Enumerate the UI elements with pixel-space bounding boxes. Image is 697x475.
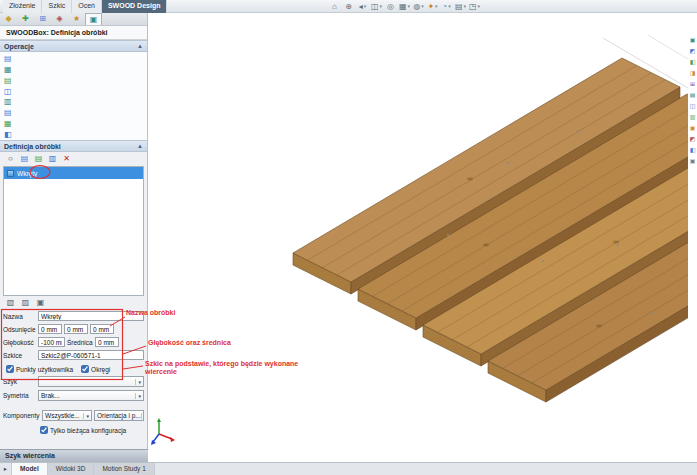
featuremanager-tab-icon[interactable]: ◆ [0,13,17,25]
orientacja-dropdown[interactable]: Orientacja i p... ▾ [94,410,144,421]
tab-model[interactable]: Model [12,463,48,475]
swood-export-tool-icon[interactable]: ◧ [688,145,697,155]
operation-form: Nazwa Odsunięcie Głębokość Średnica Szki… [0,309,147,360]
chevron-down-icon: ▾ [408,4,411,9]
punkty-uzytkownika-label: Punkty użytkownika [16,366,73,373]
annotation-nazwa-obrobki: Nazwa obróbki [126,309,175,316]
chevron-up-icon[interactable]: ▲ [137,41,143,52]
operacje-list: ▤▦▤◫▥▤▦◧ [0,52,147,140]
swood-laminate-tool-icon[interactable]: ⊞ [688,79,697,89]
edit-appearance-icon[interactable]: ◔▾ [440,1,453,12]
okregi-label: Okręgi [91,366,110,373]
hide-show-items-icon[interactable]: ✦▾ [426,1,439,12]
swood-groove-tool-icon[interactable]: ▣ [688,123,697,133]
tab-ocen[interactable]: Oceń [72,0,102,13]
operation-item-icon[interactable]: ◫ [2,86,14,97]
tab-widoki-3d[interactable]: Widoki 3D [48,463,95,475]
srednica-label: Średnica [67,339,93,346]
komponenty-value: Wszystkie... [45,412,80,419]
apply-scene-icon[interactable]: ▤▾ [454,1,467,12]
tab-zlozenie[interactable]: Złożenie [3,0,42,13]
display-style-icon[interactable]: ◍▾ [412,1,425,12]
komponenty-label: Komponenty [3,412,40,419]
operation-item-icon[interactable]: ◧ [2,129,14,140]
zoom-area-icon[interactable]: ⊕ [342,1,355,12]
list-item-selected[interactable]: Wkręty [4,167,143,179]
chevron-down-icon: ▾ [448,4,451,9]
tylko-biezaca-konfiguracja-checkbox-input[interactable] [40,426,48,434]
symetria-dropdown[interactable]: Brak... ▾ [38,390,144,401]
graphics-viewport[interactable] [148,13,688,462]
add-item-icon[interactable]: ▧ [4,297,17,308]
options-checkbox-row: Punkty użytkownika Okręgi [0,363,147,376]
edit-operation-icon[interactable]: ▤ [32,154,45,165]
property-manager-tab-strip: ◆✚⊞◈★▣ [0,13,147,26]
swood-tab-icon[interactable]: ▣ [85,13,102,25]
display-tab-icon[interactable]: ★ [68,13,85,25]
odsuniecie-y-input[interactable] [64,324,88,334]
operation-item-icon[interactable]: ▦ [2,65,14,76]
swood-drilling-tool-icon[interactable]: ▥ [688,112,697,122]
orientacja-value: Orientacja i p... [97,412,141,419]
glebokosc-input[interactable] [38,337,65,347]
previous-view-icon[interactable]: ◂▾ [356,1,369,12]
copy-item-icon[interactable]: ▨ [19,297,32,308]
dynamic-annotation-icon[interactable]: ◎ [384,1,397,12]
okregi-checkbox-input[interactable] [81,365,89,373]
tylko-biezaca-konfiguracja-checkbox[interactable]: Tylko bieżąca konfiguracja [40,426,126,434]
punkty-uzytkownika-checkbox[interactable]: Punkty użytkownika [6,365,73,373]
swood-connector-tool-icon[interactable]: ▤ [688,90,697,100]
section-header-definicja[interactable]: Definicja obróbki ▲ [0,140,147,152]
okregi-checkbox[interactable]: Okręgi [81,365,110,373]
operation-item-icon[interactable]: ▤ [2,54,14,65]
configuration-tab-icon[interactable]: ⊞ [34,13,51,25]
chevron-up-icon[interactable]: ▲ [137,141,143,152]
swood-box-tool-icon[interactable]: ▣ [688,35,697,45]
sort-operations-icon[interactable]: ▥ [46,154,59,165]
swood-options-tool-icon[interactable]: ▣ [688,156,697,166]
document-tab-bar: ▸ Model Widoki 3D Motion Study 1 [0,462,697,475]
srednica-input[interactable] [95,337,119,347]
tab-motion-study-1[interactable]: Motion Study 1 [94,463,154,475]
komponenty-dropdown[interactable]: Wszystkie... ▾ [42,410,92,421]
view-orientation-icon[interactable]: ▦▾ [398,1,411,12]
swood-edgeband-tool-icon[interactable]: ◨ [688,68,697,78]
operation-item-icon[interactable]: ▤ [2,108,14,119]
propertymanager-tab-icon[interactable]: ✚ [17,13,34,25]
section-operacje-label: Operacje [4,41,34,52]
operation-item-icon[interactable]: ▦ [2,119,14,130]
dimxpert-tab-icon[interactable]: ◈ [51,13,68,25]
section-header-operacje[interactable]: Operacje ▲ [0,40,147,52]
view-settings-icon[interactable]: ◳▾ [468,1,481,12]
symetria-label: Symetria [3,392,36,399]
swood-panel-tool-icon[interactable]: ◩ [688,46,697,56]
new-operation-icon[interactable]: ○ [4,154,17,165]
chevron-down-icon: ▾ [380,4,383,9]
zoom-to-fit-icon[interactable]: ⌂ [328,1,341,12]
list-view-icon[interactable]: ▤ [18,154,31,165]
swood-machining-tool-icon[interactable]: ◫ [688,101,697,111]
panel-title: SWOODBox: Definicja obróbki [0,26,147,40]
operation-list-box[interactable]: Wkręty [3,166,144,296]
swood-report-tool-icon[interactable]: ◩ [688,134,697,144]
operation-item-icon[interactable]: ▥ [2,97,14,108]
heads-up-view-toolbar: ⌂⊕◂▾◫▾◎▦▾◍▾✦▾◔▾▤▾◳▾ [328,0,481,13]
tab-szkic[interactable]: Szkic [42,0,72,13]
list-item-label: Wkręty [17,170,37,177]
odsuniecie-z-input[interactable] [90,324,114,334]
library-item-icon[interactable]: ▣ [34,297,47,308]
origin-triad [150,416,180,448]
tab-scroll-arrow-icon[interactable]: ▸ [0,463,12,475]
odsuniecie-x-input[interactable] [38,324,62,334]
chevron-down-icon: ▾ [435,4,438,9]
swood-frame-tool-icon[interactable]: ◧ [688,57,697,67]
punkty-uzytkownika-checkbox-input[interactable] [6,365,14,373]
delete-operation-icon[interactable]: ✕ [60,154,73,165]
section-header-szyk-wiercenia[interactable]: Szyk wiercenia [0,449,148,462]
szkice-input[interactable] [38,350,144,360]
szyk-dropdown[interactable]: ▾ [38,376,144,387]
tylko-biezaca-konfiguracja-label: Tylko bieżąca konfiguracja [50,427,126,434]
section-view-icon[interactable]: ◫▾ [370,1,383,12]
operation-item-icon[interactable]: ▤ [2,76,14,87]
tab-swood-design[interactable]: SWOOD Design [102,0,168,13]
